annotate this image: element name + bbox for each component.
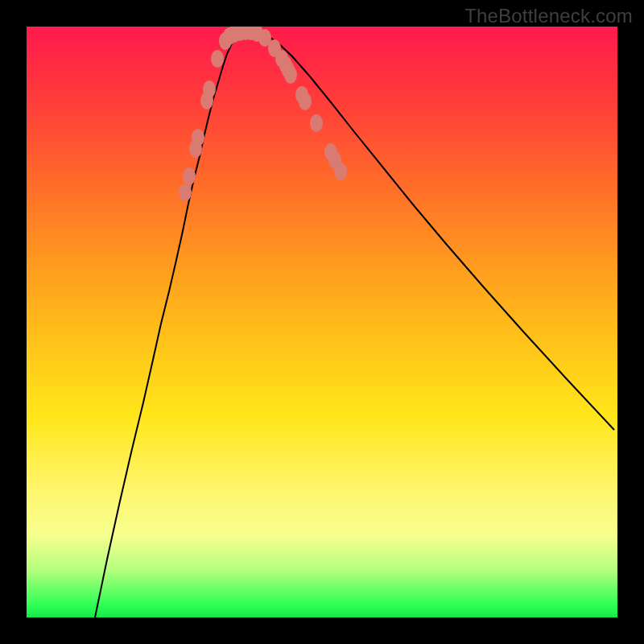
chart-frame: TheBottleneck.com [0, 0, 644, 644]
marker-group [179, 27, 347, 201]
curve-marker [299, 93, 312, 110]
curve-marker [203, 80, 216, 98]
curve-marker [183, 167, 196, 185]
curve-marker [284, 66, 297, 84]
chart-svg [27, 27, 617, 617]
curve-marker [334, 163, 347, 180]
plot-area [27, 27, 617, 617]
curve-marker [310, 114, 323, 132]
watermark-text: TheBottleneck.com [464, 5, 633, 27]
curve-marker [192, 129, 204, 147]
bottleneck-curve [95, 31, 614, 617]
curve-marker [211, 50, 224, 68]
curve-marker [179, 184, 192, 201]
